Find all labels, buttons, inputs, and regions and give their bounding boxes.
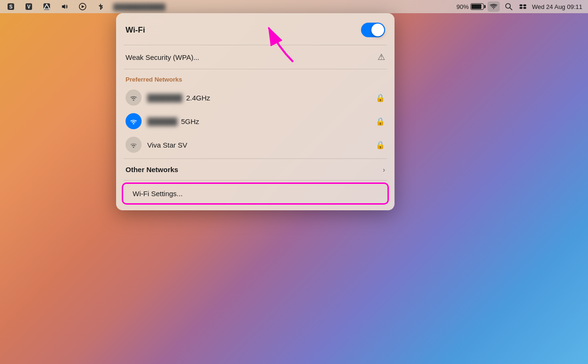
toggle-thumb: [371, 24, 384, 36]
wifi-menubar-button[interactable]: [487, 1, 500, 12]
menubar: S V: [0, 0, 588, 13]
battery-icon: [470, 3, 484, 10]
other-networks-row[interactable]: Other Networks ›: [116, 161, 395, 178]
network-item-24ghz[interactable]: ███████ 2.4GHz 🔒: [116, 86, 395, 109]
menubar-right: 90%: [456, 1, 582, 12]
svg-point-17: [133, 123, 134, 124]
network-name-group-5ghz: ██████ 5GHz: [147, 117, 370, 125]
battery-percent: 90%: [456, 3, 469, 10]
wifi-panel: Wi-Fi Weak Security (WPA)... ⚠ Preferred…: [116, 13, 395, 210]
datetime: Wed 24 Aug 09:11: [532, 3, 582, 10]
svg-point-16: [133, 99, 134, 101]
battery-status: 90%: [456, 3, 484, 10]
svg-point-18: [133, 147, 134, 148]
svg-text:V: V: [27, 4, 31, 9]
weak-security-row[interactable]: Weak Security (WPA)... ⚠: [116, 47, 395, 67]
divider-3: [124, 158, 387, 159]
network-name-group-viva-star: Viva Star SV: [147, 141, 370, 149]
svg-rect-12: [523, 4, 526, 6]
wifi-toggle[interactable]: [361, 23, 385, 37]
divider-2: [124, 69, 387, 69]
svg-rect-11: [520, 4, 522, 6]
chevron-right-icon: ›: [383, 166, 385, 174]
wifi-settings-row[interactable]: Wi-Fi Settings...: [122, 182, 389, 205]
network-icon-viva-star: [126, 137, 142, 153]
other-networks-label: Other Networks: [126, 165, 178, 174]
svg-rect-14: [523, 7, 526, 9]
weak-security-label: Weak Security (WPA)...: [126, 53, 199, 61]
svg-line-10: [510, 8, 512, 10]
network-name-viva-star: Viva Star SV: [147, 141, 187, 149]
network-name-blurred-5ghz: ██████: [147, 117, 177, 125]
network-band-5ghz: 5GHz: [181, 117, 199, 125]
desktop: S V: [0, 0, 588, 364]
active-app-name: ████████████: [113, 3, 166, 10]
network-item-viva-star[interactable]: Viva Star SV 🔒: [116, 133, 395, 157]
control-center-icon[interactable]: [518, 1, 528, 12]
svg-rect-13: [520, 7, 522, 9]
menubar-left: S V: [6, 1, 166, 12]
network-name-group-24ghz: ███████ 2.4GHz: [147, 94, 370, 102]
v-icon[interactable]: V: [24, 1, 34, 12]
network-band-24ghz: 2.4GHz: [186, 94, 210, 102]
network-icon-24ghz: [126, 90, 142, 106]
wifi-settings-label: Wi-Fi Settings...: [133, 190, 183, 198]
network-icon-5ghz: [126, 113, 142, 129]
divider-4: [124, 180, 387, 181]
lock-icon-5ghz: 🔒: [376, 117, 385, 126]
triangle-icon[interactable]: [42, 1, 52, 12]
skype-icon[interactable]: S: [6, 1, 16, 12]
volume-icon[interactable]: [59, 1, 70, 12]
preferred-networks-label: Preferred Networks: [116, 71, 395, 86]
bluetooth-icon[interactable]: [95, 1, 106, 12]
lock-icon-viva-star: 🔒: [376, 141, 385, 149]
network-item-5ghz[interactable]: ██████ 5GHz 🔒: [116, 109, 395, 133]
wifi-panel-title: Wi-Fi: [126, 25, 145, 35]
svg-marker-8: [82, 5, 84, 8]
lock-icon-24ghz: 🔒: [376, 93, 385, 102]
divider-1: [124, 45, 387, 45]
wifi-header: Wi-Fi: [116, 21, 395, 43]
warning-icon: ⚠: [378, 52, 385, 62]
search-icon[interactable]: [504, 1, 514, 12]
svg-text:S: S: [9, 4, 13, 9]
svg-marker-6: [62, 4, 65, 9]
play-icon[interactable]: [77, 1, 88, 12]
network-name-blurred-24ghz: ███████: [147, 94, 182, 102]
